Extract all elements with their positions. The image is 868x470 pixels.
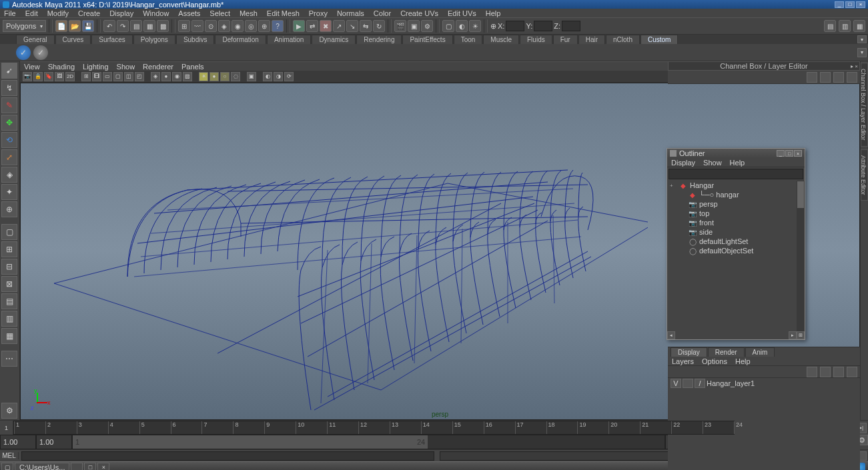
vi-gate[interactable]: ▭: [103, 72, 112, 81]
layer-row[interactable]: V/Hangar_layer1: [668, 378, 860, 389]
snap-view-icon[interactable]: ◉: [232, 20, 244, 32]
output-op-icon[interactable]: ↗: [333, 20, 345, 32]
shelf-tab-ncloth[interactable]: nCloth: [606, 35, 640, 44]
output-conn-icon[interactable]: ⇆: [360, 20, 372, 32]
sel-obj-icon[interactable]: ▦: [143, 20, 155, 32]
range-handle[interactable]: 124: [73, 435, 428, 449]
viewmenu-view[interactable]: View: [24, 63, 40, 71]
outliner-tree[interactable]: +◆Hangar◆└─○ hangar📷persp📷top📷front📷side…: [667, 181, 805, 331]
command-input[interactable]: [21, 451, 434, 461]
vi-isolate[interactable]: ▣: [247, 72, 256, 81]
script-lang-label[interactable]: MEL: [0, 452, 19, 459]
layer-icon-1[interactable]: [807, 367, 817, 377]
vi-field[interactable]: ◫: [124, 72, 133, 81]
last-tool[interactable]: ⊕: [1, 201, 17, 217]
manip-tool[interactable]: ◈: [1, 167, 17, 183]
outliner-node-defaultobjectset[interactable]: ◯defaultObjectSet: [667, 246, 805, 255]
shelf-tab-general[interactable]: General: [16, 35, 55, 44]
menu-normals[interactable]: Normals: [337, 9, 364, 17]
layer-icon-2[interactable]: [820, 367, 831, 377]
menu-color[interactable]: Color: [374, 9, 391, 17]
maximize-button[interactable]: □: [845, 1, 855, 8]
shelf-tab-polygons[interactable]: Polygons: [133, 35, 175, 44]
vi-light-flat[interactable]: ○: [220, 72, 230, 81]
new-scene-icon[interactable]: 📄: [55, 20, 67, 32]
menu-modify[interactable]: Modify: [47, 9, 69, 17]
outliner-node-defaultlightset[interactable]: ◯defaultLightSet: [667, 237, 805, 246]
vi-grid[interactable]: ⊞: [81, 72, 91, 81]
select-tool[interactable]: ➹: [1, 63, 17, 79]
shelf-tab-fluids[interactable]: Fluids: [520, 35, 552, 44]
outliner-node-hangar[interactable]: ◆└─○ hangar: [667, 190, 805, 199]
shelf-tab-animation[interactable]: Animation: [267, 35, 311, 44]
vi-image[interactable]: 🖼: [55, 72, 64, 81]
menu-select[interactable]: Select: [209, 9, 230, 17]
vi-light-def[interactable]: ●: [209, 72, 219, 81]
redo-icon[interactable]: ↷: [117, 20, 129, 32]
menu-set-dropdown[interactable]: Polygons: [3, 20, 46, 32]
output-list-icon[interactable]: ↘: [346, 20, 358, 32]
time-track[interactable]: 123456789101112131415161718192021222324: [13, 421, 735, 435]
shelf-tab-surfaces[interactable]: Surfaces: [91, 35, 132, 44]
snap-point-icon[interactable]: ⊙: [205, 20, 217, 32]
viewmenu-shading[interactable]: Shading: [48, 63, 75, 71]
single-view-icon[interactable]: ▢: [1, 224, 17, 240]
vtab-channelbox[interactable]: Channel Box / Layer Editor: [861, 63, 868, 147]
shelf-item-1[interactable]: ✓: [16, 45, 31, 60]
vi-lock-cam[interactable]: 🔒: [33, 72, 43, 81]
undo-icon[interactable]: ↶: [103, 20, 115, 32]
z-input[interactable]: [562, 21, 580, 31]
snap-live-icon[interactable]: ◎: [245, 20, 257, 32]
menu-editmesh[interactable]: Edit Mesh: [267, 9, 300, 17]
ipr-icon[interactable]: ▣: [408, 20, 420, 32]
shelf-item-2[interactable]: ✓: [33, 45, 48, 60]
paint-tool[interactable]: ✎: [1, 97, 17, 113]
rotate-tool[interactable]: ⟲: [1, 132, 17, 148]
taskbar-cmd-icon[interactable]: ▢: [1, 463, 13, 470]
vi-film[interactable]: 🎞: [92, 72, 101, 81]
taskbar-min-icon[interactable]: _: [71, 463, 83, 470]
shelf-tab-deformation[interactable]: Deformation: [215, 35, 266, 44]
soft-mod-tool[interactable]: ✦: [1, 184, 17, 200]
sel-hier-icon[interactable]: ▤: [130, 20, 142, 32]
layer-tab-display[interactable]: Display: [671, 347, 707, 357]
outliner-vscroll[interactable]: [797, 181, 805, 331]
menu-edit[interactable]: Edit: [25, 9, 38, 17]
show-cb-icon[interactable]: ▦: [853, 20, 865, 32]
viewmenu-renderer[interactable]: Renderer: [143, 63, 173, 71]
outliner-node-hangar[interactable]: +◆Hangar: [667, 181, 805, 190]
show-attr-icon[interactable]: ▤: [824, 20, 836, 32]
hscroll-right-icon[interactable]: ▸: [789, 331, 797, 339]
x-input[interactable]: [506, 21, 524, 31]
shelf-tab-rendering[interactable]: Rendering: [356, 35, 402, 44]
range-track[interactable]: 124: [72, 435, 665, 449]
shelf-tab-custom[interactable]: Custom: [640, 35, 678, 44]
four-view-icon[interactable]: ⊞: [1, 241, 17, 257]
taskbar-item[interactable]: C:\Users\Us...: [15, 463, 69, 470]
hscroll-grip-icon[interactable]: ⊞: [797, 331, 805, 339]
vtab-attribute[interactable]: Attribute Editor: [861, 149, 868, 201]
layer-menu-layers[interactable]: Layers: [672, 357, 694, 365]
vi-shaded[interactable]: ●: [161, 72, 171, 81]
script-icon[interactable]: ▦: [1, 328, 17, 344]
menu-mesh[interactable]: Mesh: [240, 9, 258, 17]
show-tool-icon[interactable]: ▥: [839, 20, 851, 32]
outliner-menu-display[interactable]: Display: [671, 159, 695, 167]
viewmenu-lighting[interactable]: Lighting: [83, 63, 109, 71]
shelf-options-icon[interactable]: ▾: [857, 48, 867, 57]
menu-display[interactable]: Display: [109, 9, 133, 17]
shelf-tab-subdivs[interactable]: Subdivs: [176, 35, 215, 44]
shelf-menu-icon[interactable]: ▾: [857, 35, 867, 43]
cb-icon-4[interactable]: [847, 72, 857, 83]
layer-menu-help[interactable]: Help: [735, 357, 751, 365]
menu-createuvs[interactable]: Create UVs: [400, 9, 438, 17]
shelf-tab-painteffects[interactable]: PaintEffects: [402, 35, 452, 44]
tool-settings-icon[interactable]: ⚙: [1, 403, 17, 419]
layer-icon-4[interactable]: [847, 367, 857, 377]
render-settings-icon[interactable]: ⚙: [421, 20, 433, 32]
construct-hist-icon[interactable]: ✖: [320, 20, 332, 32]
menu-edituvs[interactable]: Edit UVs: [448, 9, 476, 17]
layer-menu-options[interactable]: Options: [702, 357, 727, 365]
layer-list[interactable]: V/Hangar_layer1: [668, 378, 860, 462]
range-start-outer[interactable]: 1.00: [0, 435, 36, 449]
